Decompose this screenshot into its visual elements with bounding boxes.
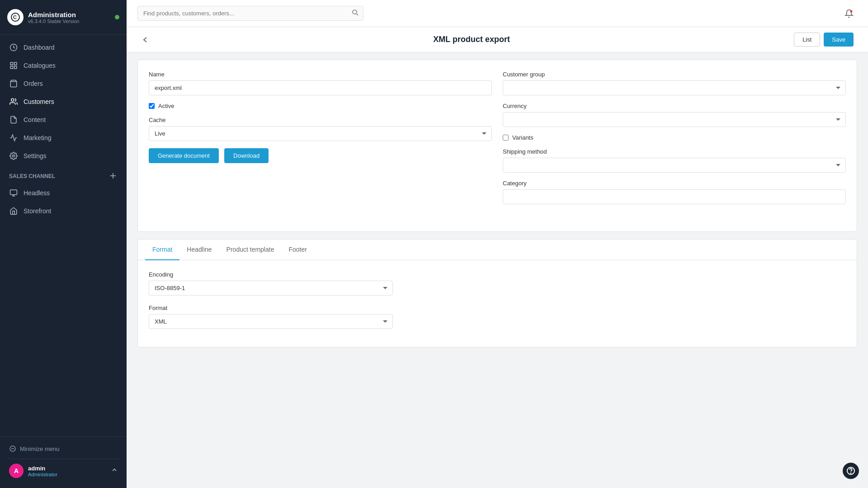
sales-channel-header: Sales Channel (0, 165, 127, 184)
sidebar-item-content[interactable]: Content (0, 111, 127, 129)
marketing-icon (9, 133, 18, 142)
active-label: Active (158, 103, 174, 109)
minimize-icon (9, 445, 16, 452)
search-icon (352, 9, 359, 16)
customer-group-label: Customer group (503, 71, 846, 78)
help-icon (847, 467, 855, 475)
content-icon (9, 115, 18, 124)
encoding-select[interactable]: ISO-8859-1 UTF-8 (149, 281, 393, 296)
sidebar-item-label: Orders (24, 80, 43, 87)
form-col-right: Customer group Currency (503, 71, 846, 211)
sidebar-item-settings[interactable]: Settings (0, 147, 127, 165)
customer-group-group: Customer group (503, 71, 846, 95)
shipping-method-group: Shipping method (503, 148, 846, 173)
variants-group: Variants (503, 134, 846, 141)
variants-checkbox[interactable] (503, 135, 509, 141)
search-wrapper (137, 6, 363, 21)
tabs-section: Format Headline Product template Footer … (137, 239, 857, 347)
sidebar-item-headless[interactable]: Headless (0, 184, 127, 202)
back-icon (141, 36, 149, 44)
tabs-header: Format Headline Product template Footer (138, 239, 857, 260)
download-button[interactable]: Download (224, 148, 269, 163)
main-form-card: Name Active Cache Live (137, 60, 857, 232)
format-select[interactable]: XML CSV (149, 314, 393, 329)
help-button[interactable] (843, 463, 859, 479)
generate-document-button[interactable]: Generate document (149, 148, 219, 163)
avatar: A (9, 464, 24, 478)
sidebar-item-dashboard[interactable]: Dashboard (0, 38, 127, 56)
notifications-button[interactable] (841, 5, 857, 22)
list-button[interactable]: List (794, 33, 820, 47)
catalogues-icon (9, 61, 18, 70)
app-logo: C (7, 9, 24, 25)
back-button[interactable] (141, 36, 149, 44)
category-group: Category (503, 180, 846, 204)
sales-channel-label: Sales Channel (9, 173, 55, 179)
svg-point-21 (851, 473, 851, 474)
name-group: Name (149, 71, 492, 95)
sidebar-item-label: Dashboard (24, 44, 55, 51)
page-title: XML product export (156, 35, 787, 44)
currency-select[interactable] (503, 112, 846, 127)
storefront-icon (9, 206, 18, 216)
tab-footer[interactable]: Footer (281, 239, 314, 260)
svg-rect-12 (10, 190, 17, 195)
user-menu-toggle[interactable] (111, 467, 118, 475)
svg-point-19 (850, 10, 853, 12)
brand-name: Administration (28, 11, 79, 19)
form-col-left: Name Active Cache Live (149, 71, 492, 211)
active-checkbox[interactable] (149, 103, 155, 109)
header-actions: List Save (794, 33, 854, 47)
sidebar-item-storefront[interactable]: Storefront (0, 202, 127, 220)
category-input[interactable] (503, 189, 846, 204)
svg-rect-6 (14, 66, 17, 69)
category-label: Category (503, 180, 846, 187)
cache-label: Cache (149, 117, 492, 123)
status-dot (115, 15, 119, 19)
sidebar-item-customers[interactable]: Customers (0, 93, 127, 111)
cache-group: Cache Live Cached (149, 117, 492, 141)
brand-version: v6.3.4.0 Stable Version (28, 19, 79, 24)
topbar (127, 0, 868, 27)
customers-icon (9, 97, 18, 106)
action-buttons: Generate document Download (149, 148, 492, 163)
sidebar: C Administration v6.3.4.0 Stable Version… (0, 0, 127, 488)
sidebar-item-label: Marketing (24, 134, 51, 141)
search-button[interactable] (352, 9, 359, 18)
tab-headline[interactable]: Headline (179, 239, 219, 260)
cache-select[interactable]: Live Cached (149, 126, 492, 141)
svg-point-17 (353, 10, 357, 14)
search-input[interactable] (137, 6, 363, 21)
page-content: XML product export List Save Name (127, 27, 868, 488)
variants-label: Variants (512, 134, 533, 141)
sidebar-item-catalogues[interactable]: Catalogues (0, 56, 127, 75)
sidebar-item-orders[interactable]: Orders (0, 75, 127, 93)
dashboard-icon (9, 43, 18, 52)
save-button[interactable]: Save (824, 33, 854, 47)
customer-group-select[interactable] (503, 80, 846, 95)
headless-icon (9, 188, 18, 197)
tab-format[interactable]: Format (145, 239, 179, 260)
svg-point-8 (11, 99, 14, 101)
shipping-method-select[interactable] (503, 158, 846, 173)
svg-line-18 (357, 14, 359, 16)
svg-point-9 (13, 155, 15, 157)
shipping-method-label: Shipping method (503, 148, 846, 155)
minimize-menu-btn[interactable]: Minimize menu (7, 442, 119, 455)
user-name: admin (28, 465, 107, 472)
sidebar-item-label: Headless (24, 189, 50, 197)
add-sales-channel-icon[interactable] (109, 172, 118, 180)
name-input[interactable] (149, 80, 492, 95)
card-body: Name Active Cache Live (138, 60, 857, 231)
user-section: A admin Administrator (7, 459, 119, 483)
sidebar-item-label: Customers (24, 98, 54, 105)
sidebar-item-label: Settings (24, 152, 47, 160)
svg-rect-5 (10, 66, 13, 69)
settings-icon (9, 151, 18, 160)
sidebar-item-marketing[interactable]: Marketing (0, 129, 127, 147)
tab-product-template[interactable]: Product template (219, 239, 282, 260)
format-label: Format (149, 305, 846, 311)
currency-group: Currency (503, 103, 846, 127)
user-info: admin Administrator (28, 465, 107, 477)
user-role: Administrator (28, 472, 107, 477)
